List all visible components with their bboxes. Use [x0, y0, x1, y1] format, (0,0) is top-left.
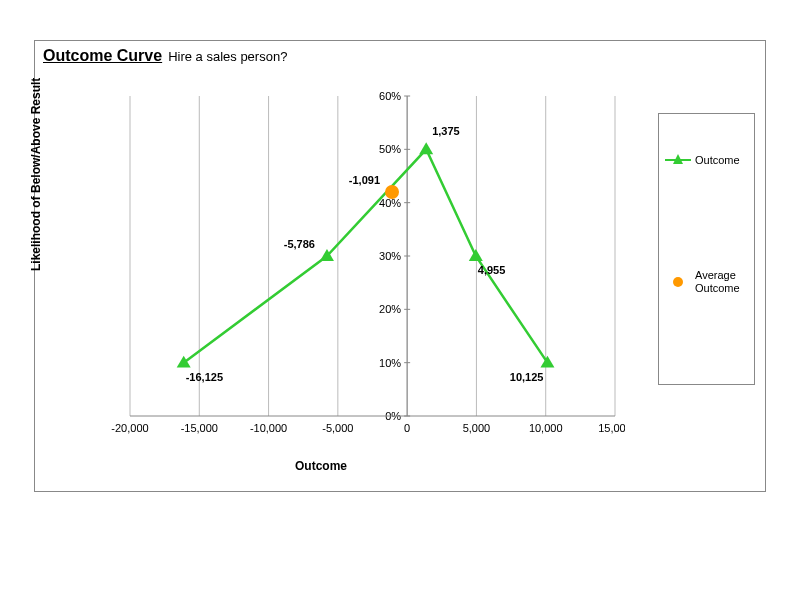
circle-icon	[673, 277, 683, 287]
svg-text:20%: 20%	[379, 303, 401, 315]
svg-text:10%: 10%	[379, 357, 401, 369]
svg-text:-20,000: -20,000	[111, 422, 148, 434]
svg-text:-10,000: -10,000	[250, 422, 287, 434]
svg-text:1,375: 1,375	[432, 125, 460, 137]
chart-panel: Outcome Curve Hire a sales person? Likel…	[34, 40, 766, 492]
svg-text:-16,125: -16,125	[186, 371, 223, 383]
chart-subtitle: Hire a sales person?	[168, 49, 287, 64]
svg-marker-38	[469, 249, 483, 261]
svg-text:-5,000: -5,000	[322, 422, 353, 434]
legend-item-average: Average Outcome	[665, 269, 748, 294]
svg-text:50%: 50%	[379, 143, 401, 155]
svg-text:0: 0	[404, 422, 410, 434]
x-axis-label: Outcome	[295, 459, 347, 473]
svg-text:60%: 60%	[379, 90, 401, 102]
page: Outcome Curve Hire a sales person? Likel…	[0, 0, 800, 600]
svg-text:10,000: 10,000	[529, 422, 563, 434]
svg-text:30%: 30%	[379, 250, 401, 262]
legend-line-icon	[665, 159, 691, 161]
svg-point-42	[385, 185, 399, 199]
plot-svg: -20,000-15,000-10,000-5,00005,00010,0001…	[75, 86, 625, 446]
title-row: Outcome Curve Hire a sales person?	[43, 47, 287, 65]
svg-text:4,955: 4,955	[478, 264, 506, 276]
plot-area: -20,000-15,000-10,000-5,00005,00010,0001…	[75, 86, 625, 446]
legend: Outcome Average Outcome	[658, 113, 755, 385]
svg-text:-15,000: -15,000	[181, 422, 218, 434]
triangle-icon	[673, 154, 683, 164]
y-axis-label: Likelihood of Below/Above Result	[29, 78, 43, 271]
svg-text:-1,091: -1,091	[349, 174, 380, 186]
svg-text:15,000: 15,000	[598, 422, 625, 434]
legend-label: Average Outcome	[695, 269, 748, 294]
svg-marker-36	[419, 142, 433, 154]
svg-text:10,125: 10,125	[510, 371, 544, 383]
legend-label: Outcome	[695, 154, 740, 167]
svg-text:-5,786: -5,786	[284, 238, 315, 250]
svg-marker-32	[177, 356, 191, 368]
chart-title: Outcome Curve	[43, 47, 162, 65]
legend-dot-icon	[665, 281, 691, 283]
svg-text:5,000: 5,000	[463, 422, 491, 434]
legend-item-outcome: Outcome	[665, 154, 748, 167]
